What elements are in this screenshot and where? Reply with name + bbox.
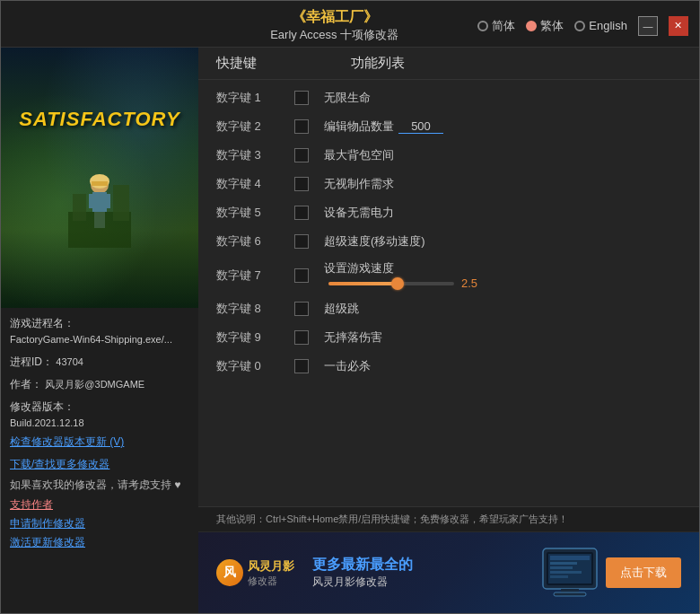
slider-fill <box>328 282 398 285</box>
info-section: 游戏进程名： FactoryGame-Win64-Shipping.exe/..… <box>1 308 198 613</box>
svg-rect-10 <box>92 181 108 186</box>
author-info: 作者： 风灵月影@3DMGAME <box>10 376 189 393</box>
version-info: 修改器版本： Build.2021.12.18 检查修改器版本更新 (V) <box>10 399 189 451</box>
feature-row: 数字键 3最大背包空间 <box>198 141 699 170</box>
feature-checkbox[interactable] <box>294 330 309 345</box>
feature-checkbox[interactable] <box>294 148 309 162</box>
feature-checkbox[interactable] <box>294 177 309 191</box>
feature-row: 数字键 0一击必杀 <box>198 352 699 381</box>
pid-label: 进程ID： <box>10 355 53 368</box>
feature-value-input[interactable] <box>398 119 443 134</box>
process-label: 游戏进程名： <box>10 317 74 329</box>
minimize-button[interactable]: — <box>638 16 658 36</box>
key-label: 数字键 9 <box>216 329 288 346</box>
feature-checkbox[interactable] <box>294 302 309 316</box>
game-title: 《幸福工厂》 <box>270 8 398 27</box>
svg-rect-1 <box>73 194 86 221</box>
key-label: 数字键 6 <box>216 233 288 250</box>
note-text: 其他说明：Ctrl+Shift+Home禁用/启用快捷键；免费修改器，希望玩家广… <box>216 513 568 524</box>
process-value: FactoryGame-Win64-Shipping.exe/... <box>10 332 189 348</box>
version-label: 修改器版本： <box>10 400 74 413</box>
svg-rect-20 <box>554 592 586 596</box>
game-logo: SATISFACTORY <box>19 108 179 131</box>
lang-english-label: English <box>589 19 627 32</box>
author-label: 作者： <box>10 378 42 390</box>
feature-name: 设置游戏速度2.5 <box>315 260 681 290</box>
commission-link[interactable]: 申请制作修改器 <box>10 515 189 532</box>
svg-rect-14 <box>550 556 590 560</box>
key-column-header: 快捷键 <box>216 55 324 72</box>
key-label: 数字键 7 <box>216 268 288 284</box>
feature-name: 一击必杀 <box>315 358 681 374</box>
note-bar: 其他说明：Ctrl+Shift+Home禁用/启用快捷键；免费修改器，希望玩家广… <box>198 507 699 532</box>
lang-english[interactable]: English <box>574 19 627 32</box>
svg-rect-15 <box>550 562 577 565</box>
check-update-link[interactable]: 检查修改器版本更新 (V) <box>10 434 189 451</box>
lang-simplified-label: 简体 <box>492 18 515 34</box>
feature-checkbox[interactable] <box>294 359 309 373</box>
key-label: 数字键 8 <box>216 301 288 317</box>
lang-simplified-radio <box>477 21 488 31</box>
feature-name: 超级跳 <box>315 301 681 317</box>
key-label: 数字键 1 <box>216 90 288 106</box>
pid-info: 进程ID： 43704 <box>10 354 189 371</box>
slider-container: 2.5 <box>328 276 681 290</box>
key-label: 数字键 0 <box>216 358 288 374</box>
title-bar: 《幸福工厂》 Early Access 十项修改器 简体 繁体 English … <box>1 1 699 48</box>
support-text: 如果喜欢我的修改器，请考虑支持 ♥ <box>10 477 189 494</box>
feature-name: 编辑物品数量 <box>315 118 681 135</box>
ad-download-button[interactable]: 点击下载 <box>606 557 681 588</box>
ad-brand-logo: 风 风灵月影 修改器 <box>216 558 294 588</box>
func-column-header: 功能列表 <box>324 55 681 72</box>
main-window: 《幸福工厂》 Early Access 十项修改器 简体 繁体 English … <box>0 0 700 614</box>
svg-rect-18 <box>550 575 568 578</box>
bottom-bar: 其他说明：Ctrl+Shift+Home禁用/启用快捷键；免费修改器，希望玩家广… <box>198 506 699 613</box>
svg-rect-19 <box>561 589 579 592</box>
close-button[interactable]: ✕ <box>669 16 688 36</box>
svg-rect-8 <box>99 212 105 228</box>
version-value: Build.2021.12.18 <box>10 416 189 432</box>
feature-checkbox[interactable] <box>294 119 309 134</box>
slider-thumb[interactable] <box>391 277 404 290</box>
slider-value-label: 2.5 <box>461 276 484 290</box>
svg-rect-2 <box>113 185 129 221</box>
feature-name: 设备无需电力 <box>315 205 681 221</box>
ad-desc: 风灵月影修改器 <box>312 575 516 590</box>
ad-device-icon <box>534 544 606 602</box>
lang-traditional-label: 繁体 <box>540 18 564 34</box>
feature-name: 无视制作需求 <box>315 176 681 192</box>
column-headers: 快捷键 功能列表 <box>198 48 699 80</box>
lang-traditional[interactable]: 繁体 <box>526 18 564 34</box>
key-label: 数字键 2 <box>216 118 288 135</box>
svg-rect-16 <box>550 566 573 569</box>
slider-track[interactable] <box>328 282 454 285</box>
feature-checkbox[interactable] <box>294 91 309 105</box>
feature-row: 数字键 8超级跳 <box>198 294 699 323</box>
feature-row: 数字键 6超级速度(移动速度) <box>198 227 699 256</box>
support-author-link[interactable]: 支持作者 <box>10 496 189 513</box>
svg-rect-5 <box>89 194 96 208</box>
feature-checkbox[interactable] <box>294 268 309 283</box>
left-panel: SATISFACTORY <box>1 48 198 613</box>
feature-row: 数字键 9无摔落伤害 <box>198 323 699 352</box>
title-controls: 简体 繁体 English — ✕ <box>477 16 688 36</box>
download-more-link[interactable]: 下载/查找更多修改器 <box>10 456 189 473</box>
feature-checkbox[interactable] <box>294 234 309 249</box>
pid-value: 43704 <box>56 356 83 367</box>
character-icon <box>68 140 131 248</box>
ad-headline: 更多最新最全的 <box>312 556 516 575</box>
ad-brand: 风 风灵月影 修改器 <box>216 558 294 588</box>
feature-name: 最大背包空间 <box>315 147 681 163</box>
lang-simplified[interactable]: 简体 <box>477 18 515 34</box>
notify-update-link[interactable]: 激活更新修改器 <box>10 534 189 551</box>
feature-checkbox[interactable] <box>294 206 309 220</box>
key-label: 数字键 5 <box>216 205 288 221</box>
ad-banner: 风 风灵月影 修改器 更多最新最全的 风灵月影修改器 <box>198 532 699 613</box>
svg-rect-6 <box>103 194 110 208</box>
features-list: 数字键 1无限生命数字键 2编辑物品数量数字键 3最大背包空间数字键 4无视制作… <box>198 80 699 506</box>
game-subtitle: Early Access 十项修改器 <box>270 27 398 43</box>
feature-row: 数字键 1无限生命 <box>198 83 699 112</box>
key-label: 数字键 3 <box>216 147 288 163</box>
title-center: 《幸福工厂》 Early Access 十项修改器 <box>270 8 398 43</box>
right-panel: 快捷键 功能列表 数字键 1无限生命数字键 2编辑物品数量数字键 3最大背包空间… <box>198 48 699 613</box>
